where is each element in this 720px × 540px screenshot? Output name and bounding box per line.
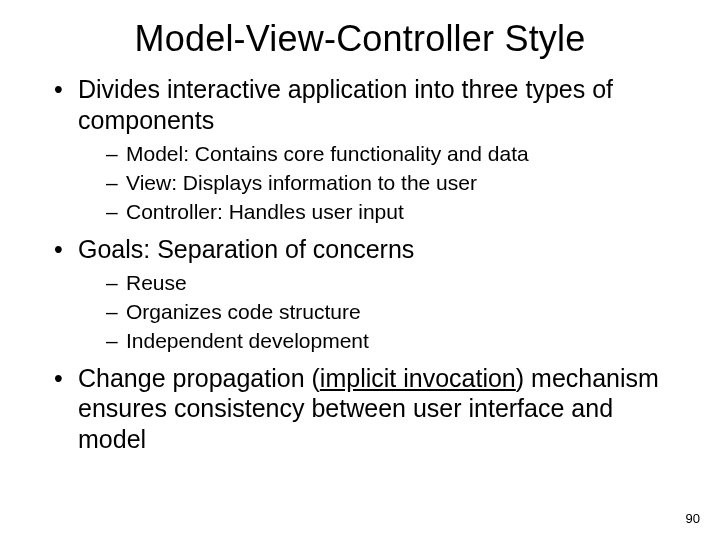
sub-bullet-item: Controller: Handles user input [106, 199, 684, 226]
bullet-text: Divides interactive application into thr… [78, 75, 613, 134]
sub-bullet-item: Independent development [106, 328, 684, 355]
bullet-item: Change propagation (implicit invocation)… [54, 363, 684, 455]
sub-bullet-item: View: Displays information to the user [106, 170, 684, 197]
slide: Model-View-Controller Style Divides inte… [0, 0, 720, 540]
sub-bullet-item: Organizes code structure [106, 299, 684, 326]
sub-bullet-list: Model: Contains core functionality and d… [78, 141, 684, 226]
bullet-text: Goals: Separation of concerns [78, 235, 414, 263]
bullet-list: Divides interactive application into thr… [36, 74, 684, 454]
sub-bullet-item: Reuse [106, 270, 684, 297]
bullet-text-pre: Change propagation ( [78, 364, 320, 392]
bullet-item: Divides interactive application into thr… [54, 74, 684, 226]
sub-bullet-item: Model: Contains core functionality and d… [106, 141, 684, 168]
bullet-text-underlined: implicit invocation [320, 364, 516, 392]
slide-title: Model-View-Controller Style [36, 18, 684, 60]
sub-bullet-list: Reuse Organizes code structure Independe… [78, 270, 684, 355]
page-number: 90 [686, 511, 700, 526]
bullet-item: Goals: Separation of concerns Reuse Orga… [54, 234, 684, 355]
